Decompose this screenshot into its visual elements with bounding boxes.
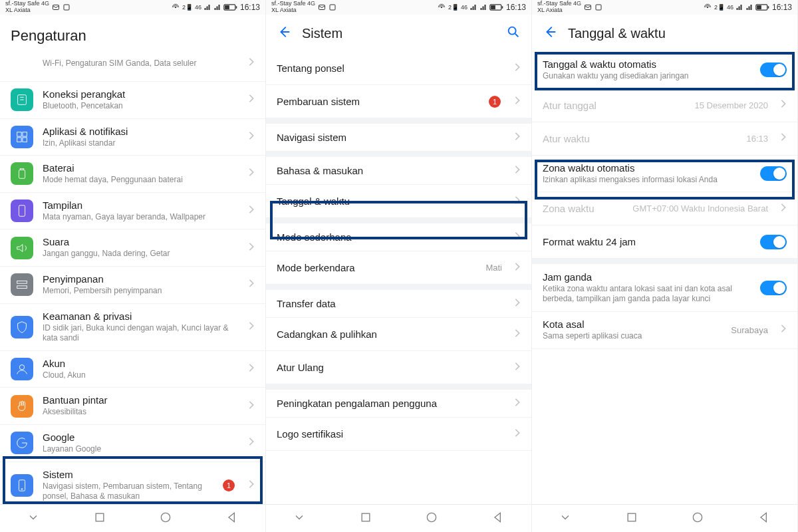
nav-home-icon[interactable]: [691, 511, 704, 527]
row-title: Transfer data: [277, 298, 505, 309]
signal-1-icon: [469, 3, 477, 11]
chevron-icon: [780, 203, 787, 215]
row-language-input[interactable]: Bahasa & masukan: [266, 152, 531, 185]
row-sub: Memori, Pembersih penyimpanan: [43, 286, 239, 297]
svg-rect-12: [19, 170, 25, 179]
mail-icon: [318, 3, 326, 11]
row-wifi[interactable]: Wi-Fi, Pengaturan SIM Ganda, Data selule…: [0, 52, 265, 82]
row-sub: Sama seperti aplikasi cuaca: [543, 331, 722, 342]
row-about-phone[interactable]: Tentang ponsel: [266, 52, 531, 85]
svg-rect-26: [502, 6, 503, 8]
row-backup-restore[interactable]: Cadangkan & pulihkan: [266, 318, 531, 351]
row-apps[interactable]: Aplikasi & notifikasiIzin, Aplikasi stan…: [0, 119, 265, 156]
row-sound[interactable]: SuaraJangan ganggu, Nada dering, Getar: [0, 229, 265, 267]
row-timezone: Zona waktu GMT+07:00 Waktu Indonesia Bar…: [532, 192, 797, 225]
back-button[interactable]: [543, 25, 557, 42]
row-date-time[interactable]: Tanggal & waktu: [266, 185, 531, 218]
status-bar: sf.-Stay Safe 4G XL Axiata 2📱 46 16:13: [0, 0, 265, 15]
nav-back-icon[interactable]: [491, 511, 505, 527]
search-button[interactable]: [506, 25, 521, 42]
nav-dropdown-icon[interactable]: [293, 511, 306, 527]
row-sub: Gunakan waktu yang disediakan jaringan: [543, 71, 751, 82]
row-sub: ID sidik jari, Buka kunci dengan wajah, …: [43, 323, 239, 344]
row-system[interactable]: SistemNavigasi sistem, Pembaruan sistem,…: [0, 462, 265, 504]
toggle-dual-clock[interactable]: [760, 281, 787, 295]
nav-recent-icon[interactable]: [625, 511, 638, 527]
row-sub: Jangan ganggu, Nada dering, Getar: [43, 249, 239, 259]
status-bar: sf.-Stay Safe 4G XL Axiata 2📱 46 16:13: [266, 0, 531, 15]
row-title: Google: [43, 432, 239, 443]
row-home-city[interactable]: Kota asalSama seperti aplikasi cuaca Sur…: [532, 312, 797, 349]
row-title: Bahasa & masukan: [277, 165, 505, 176]
row-battery[interactable]: BateraiMode hemat daya, Penggunaan bater…: [0, 156, 265, 193]
svg-rect-10: [23, 138, 27, 142]
row-cert-logo[interactable]: Logo sertifikasi: [266, 418, 531, 451]
battery-icon: [223, 3, 238, 11]
nav-home-icon[interactable]: [425, 511, 438, 527]
page-title: Sistem: [302, 26, 495, 41]
svg-rect-1: [64, 5, 69, 10]
row-security[interactable]: Keamanan & privasiID sidik jari, Buka ku…: [0, 304, 265, 351]
row-smart-assist[interactable]: Bantuan pintarAksesibilitas: [0, 388, 265, 425]
nav-back-icon[interactable]: [757, 511, 771, 527]
svg-rect-34: [757, 5, 761, 9]
row-auto-timezone[interactable]: Zona waktu otomatisIzinkan aplikasi meng…: [532, 156, 797, 193]
signal-1-icon: [203, 3, 211, 11]
row-user-experience[interactable]: Peningkatan pengalaman pengguna: [266, 384, 531, 418]
signal-2-icon: [213, 3, 221, 11]
row-storage[interactable]: PenyimpananMemori, Pembersih penyimpanan: [0, 267, 265, 304]
chevron-icon: [514, 196, 521, 207]
row-driving-mode[interactable]: Mode berkendara Mati: [266, 251, 531, 285]
chevron-icon: [514, 132, 521, 144]
back-button[interactable]: [277, 25, 291, 42]
nav-recent-icon[interactable]: [359, 511, 372, 527]
shield-icon: [11, 316, 33, 338]
svg-rect-14: [17, 281, 27, 284]
toggle-auto-timezone[interactable]: [760, 166, 787, 181]
svg-rect-13: [19, 205, 25, 217]
nav-bar: [0, 504, 265, 532]
row-sub: Izinkan aplikasi mengakses informasi lok…: [543, 175, 751, 186]
chevron-icon: [248, 242, 255, 254]
chevron-icon: [248, 168, 255, 180]
status-time: 16:13: [506, 3, 526, 12]
storage-icon: [11, 273, 33, 296]
nav-dropdown-icon[interactable]: [559, 511, 572, 527]
hotspot-icon: [171, 3, 180, 12]
row-google[interactable]: GoogleLayanan Google: [0, 425, 265, 462]
chevron-icon: [780, 132, 787, 144]
row-title: Tentang ponsel: [277, 63, 505, 74]
row-display[interactable]: TampilanMata nyaman, Gaya layar beranda,…: [0, 193, 265, 230]
row-transfer-data[interactable]: Transfer data: [266, 285, 531, 318]
nav-bar: [266, 504, 531, 532]
row-system-navigation[interactable]: Navigasi sistem: [266, 118, 531, 152]
screen-date-time: sf.-Stay Safe 4G XL Axiata 2📱 46 16:13 T…: [532, 0, 798, 532]
status-time: 16:13: [772, 3, 792, 12]
row-simple-mode[interactable]: Mode sederhana: [266, 218, 531, 251]
nav-dropdown-icon[interactable]: [27, 511, 40, 527]
row-reset[interactable]: Atur Ulang: [266, 351, 531, 384]
net-type-icon: 46: [461, 4, 467, 11]
svg-rect-4: [225, 5, 229, 9]
row-title: Format waktu 24 jam: [543, 236, 751, 247]
row-value: 16:13: [746, 134, 768, 144]
row-koneksi[interactable]: Koneksi perangkatBluetooth, Pencetakan: [0, 82, 265, 119]
row-dual-clock[interactable]: Jam gandaKetika zona waktu antara lokasi…: [532, 259, 797, 312]
nav-home-icon[interactable]: [159, 511, 172, 527]
screenshot-icon: [595, 3, 602, 11]
row-auto-datetime[interactable]: Tanggal & waktu otomatisGunakan waktu ya…: [532, 52, 797, 89]
row-system-update[interactable]: Pembaruan sistem 1: [266, 85, 531, 118]
page-title: Pengaturan: [11, 27, 86, 45]
nav-recent-icon[interactable]: [93, 511, 106, 527]
toggle-24h[interactable]: [760, 235, 787, 249]
net-type-icon: 46: [195, 4, 201, 11]
row-account[interactable]: AkunCloud, Akun: [0, 351, 265, 388]
toggle-auto-datetime[interactable]: [760, 63, 787, 77]
nav-back-icon[interactable]: [225, 511, 239, 527]
row-title: Baterai: [43, 162, 239, 174]
row-title: Atur tanggal: [543, 100, 685, 111]
row-title: Logo sertifikasi: [277, 428, 505, 440]
row-sub: Wi-Fi, Pengaturan SIM Ganda, Data selule…: [43, 59, 239, 69]
google-icon: [11, 432, 33, 454]
row-24h-format[interactable]: Format waktu 24 jam: [532, 225, 797, 259]
